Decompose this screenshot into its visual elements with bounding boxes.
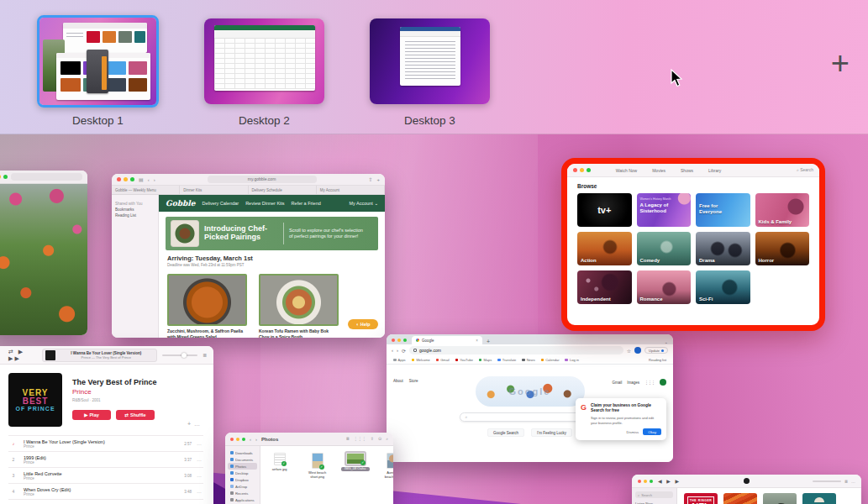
sidebar-item-bookmarks[interactable]: Bookmarks (115, 207, 155, 212)
new-tab-icon[interactable]: + (376, 177, 380, 182)
tv-window-highlighted[interactable]: Watch Now Movies Shows Library ⌕ Search … (561, 158, 825, 331)
desktop-label-2[interactable]: Desktop 2 (204, 114, 324, 127)
add-desktop-button[interactable]: + (831, 47, 850, 79)
bookmark-translate[interactable]: Translate (497, 358, 516, 362)
bookmark-apps[interactable]: Apps (393, 358, 406, 362)
next-icon[interactable]: ▶▶ (8, 355, 21, 361)
traffic-lights[interactable] (0, 175, 8, 179)
traffic-lights[interactable] (230, 438, 245, 441)
forward-icon[interactable]: › (397, 348, 398, 353)
about-link[interactable]: About (393, 379, 403, 383)
tab-search-caret[interactable]: ⌄ (665, 339, 668, 344)
share-icon[interactable]: ⇧ (371, 436, 374, 442)
track-row[interactable]: ♪ I Wanna Be Your Lover (Single Version)… (8, 435, 203, 451)
bookmark-youtube[interactable]: YouTube (455, 358, 473, 362)
bookmark-calendar[interactable]: Calendar (541, 358, 560, 362)
omnibox[interactable]: google.com (409, 346, 623, 354)
file-item[interactable]: ✓ airfare.jpg (266, 453, 294, 472)
desktop-label-1[interactable]: Desktop 1 (37, 114, 159, 127)
desktop-label-3[interactable]: Desktop 3 (370, 114, 490, 127)
safari-tab-3[interactable]: Delivery Schedule (249, 186, 317, 194)
safari-tab-4[interactable]: My Account (317, 186, 385, 194)
podcasts-search-field[interactable]: ⌕Search (635, 491, 673, 498)
file-item[interactable]: ✓ West beach short.png (303, 453, 332, 480)
gmail-link[interactable]: Gmail (612, 381, 622, 385)
google-apps-icon[interactable]: ⋮⋮⋮ (644, 380, 655, 385)
chrome-tab-google[interactable]: Google × (412, 336, 482, 344)
tile-comedy[interactable]: Comedy (637, 232, 692, 265)
back-icon[interactable]: ‹ (148, 177, 150, 182)
reload-icon[interactable]: ⟳ (402, 348, 406, 354)
store-link[interactable]: Store (409, 379, 418, 383)
meal-card-ramen[interactable]: Korean Tofu Ramen with Baby Bok Choy in … (259, 274, 339, 338)
traffic-lights[interactable] (638, 480, 653, 483)
sidebar-item-recents[interactable]: Recents (228, 490, 257, 496)
sidebar-item-downloads[interactable]: Downloads (228, 449, 257, 456)
tv-tab-movies[interactable]: Movies (652, 168, 665, 173)
sidebar-item-applications[interactable]: Applications (228, 496, 257, 503)
tile-drama[interactable]: Drama (696, 232, 750, 265)
google-account-avatar[interactable] (660, 379, 666, 386)
safari-tab-1[interactable]: Gobble — Weekly Menu (112, 186, 180, 194)
tile-free-for-everyone[interactable]: Free for Everyone (696, 193, 750, 227)
more-icon[interactable]: … (197, 457, 203, 462)
finder-window[interactable]: ‹ › Photos ≣ ⋮⋮⋮ ⇧ ⊙ ⌕ Downloads Documen… (225, 433, 393, 504)
traffic-lights[interactable] (392, 339, 407, 344)
more-icon[interactable]: … (197, 473, 203, 478)
traffic-lights[interactable] (573, 168, 591, 172)
volume-slider[interactable] (813, 480, 841, 482)
bookmark-welcome[interactable]: Welcome (412, 358, 430, 362)
file-item-selected[interactable]: ✓ IMG_08 Oahu (341, 453, 370, 471)
tv-tab-watch-now[interactable]: Watch Now (616, 168, 637, 173)
desktop-thumbnail-3[interactable] (370, 18, 490, 104)
album-artist-link[interactable]: Prince (72, 388, 203, 396)
tile-sci-fi[interactable]: Sci-Fi (696, 270, 750, 304)
volume-slider[interactable] (162, 354, 197, 356)
tile-independent[interactable]: Independent (577, 270, 632, 304)
sidebar-item-airdrop[interactable]: AirDrop (228, 483, 257, 490)
update-pill[interactable]: Update (644, 347, 668, 354)
tile-kids-family[interactable]: Kids & Family (755, 193, 810, 227)
sidebar-item-reading-list[interactable]: Reading List (115, 213, 155, 218)
list-icon[interactable]: ≣ (844, 479, 848, 484)
tv-search-field[interactable]: ⌕ Search (797, 167, 813, 173)
close-tab-icon[interactable]: × (476, 339, 478, 343)
bookmark-login[interactable]: Log in (565, 358, 578, 362)
address-bar[interactable]: my.gobble.com (208, 176, 317, 183)
tile-apple-tv-plus[interactable]: tv+ (577, 193, 632, 227)
bookmark-star-icon[interactable]: ☆ (627, 348, 631, 354)
list-icon[interactable]: ≣ (203, 352, 207, 358)
bookmark-news[interactable]: News (522, 358, 535, 362)
play-icon[interactable]: ▶ (18, 349, 24, 354)
google-search-button[interactable]: Google Search (487, 428, 524, 437)
track-row[interactable]: 4 When Doves Cry (Edit)Prince 3:48 … (8, 483, 203, 499)
sidebar-item-dropbox[interactable]: Dropbox (228, 476, 257, 483)
playback-controls[interactable]: ⇄ ▶ ▶▶ (8, 349, 37, 362)
podcasts-window[interactable]: ◀ ▶ ▶ ≣ … ⌕Search Listen Now THE RINGER … (632, 475, 861, 504)
nav-refer-a-friend[interactable]: Refer a Friend (292, 201, 321, 206)
gobble-safari-window[interactable]: ▤ ‹ › my.gobble.com ⇧ + Gobble — Weekly … (112, 174, 385, 338)
tile-horror[interactable]: Horror (755, 232, 810, 265)
dismiss-button[interactable]: Dismiss (627, 430, 639, 434)
reading-list-button[interactable]: Reading list (649, 358, 666, 362)
tv-tab-shows[interactable]: Shows (681, 168, 693, 173)
sidebar-item-photos[interactable]: Photos (228, 463, 257, 470)
feeling-lucky-button[interactable]: I'm Feeling Lucky (531, 428, 572, 437)
chrome-window[interactable]: Google × + ⌄ ‹ › ⟳ google.com ☆ Update A… (387, 334, 673, 462)
add-icon[interactable]: + (187, 421, 194, 427)
track-row[interactable]: 3 Little Red CorvettePrince 3:08 … (8, 467, 203, 483)
more-icon[interactable]: … (194, 421, 203, 427)
play-button[interactable]: ▶Play (72, 410, 111, 420)
new-tab-button[interactable]: + (487, 339, 490, 344)
view-icon[interactable]: ≣ (346, 436, 350, 442)
podcast-cover-ringer-nfl[interactable]: THE RINGER NFL (684, 493, 718, 504)
sidebar-item-documents[interactable]: Documents (228, 456, 257, 463)
file-item[interactable]: ✓ Aunt Ida beach.JPG (379, 453, 393, 480)
next-icon[interactable]: ▶ (676, 479, 681, 484)
back-icon[interactable]: ‹ (250, 437, 251, 442)
bookmark-maps[interactable]: Maps (479, 358, 492, 362)
desktop-thumbnail-2[interactable] (204, 18, 324, 104)
track-row[interactable]: 2 1999 (Edit)Prince 3:37 … (8, 451, 203, 467)
bookmark-gmail[interactable]: Gmail (436, 358, 450, 362)
shuffle-icon[interactable]: ⇄ (8, 349, 15, 354)
